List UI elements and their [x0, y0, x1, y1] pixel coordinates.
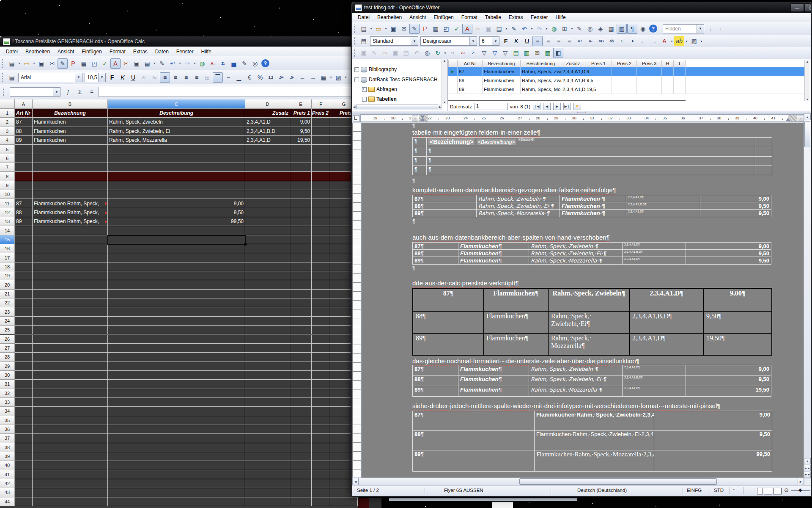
- grid-cell[interactable]: 19,5: [585, 85, 612, 94]
- current-document-data-source-icon[interactable]: ▦: [543, 48, 553, 58]
- table-cell[interactable]: 87¶: [412, 288, 484, 312]
- cell-C11[interactable]: 9,00: [108, 199, 245, 208]
- table-cell[interactable]: Rahm,·Speck,·Zwiebeln,·Ei·¶: [477, 202, 560, 210]
- cell-F18[interactable]: [312, 262, 330, 271]
- table-cell[interactable]: [755, 137, 772, 147]
- cell-A39[interactable]: [15, 452, 33, 461]
- row-header-11[interactable]: 11: [0, 199, 15, 208]
- table-cell[interactable]: Flammkuchen·Rahm,·Speck,·Zwiebeln,·Ei·2,…: [535, 431, 654, 450]
- email-icon[interactable]: ✉: [399, 24, 409, 34]
- row-header-5[interactable]: 5: [0, 145, 15, 154]
- table-cell[interactable]: Flammkuchen¶: [458, 375, 529, 386]
- cell-B34[interactable]: [33, 407, 108, 416]
- lowercase-icon[interactable]: ab: [606, 36, 617, 46]
- tree-vertical-scrollbar[interactable]: ▲▼: [442, 59, 447, 104]
- cell-A15[interactable]: [15, 235, 33, 244]
- cell-C43[interactable]: [108, 488, 245, 497]
- grid-row-selector[interactable]: [448, 85, 458, 94]
- cell-C18[interactable]: [108, 262, 245, 271]
- cell-F26[interactable]: [312, 335, 330, 344]
- cell-F14[interactable]: [312, 226, 330, 235]
- row-header-18[interactable]: 18: [0, 262, 15, 271]
- cell-B24[interactable]: [33, 317, 108, 326]
- table-cell[interactable]: Rahm,·Speck,·Mozzarella·¶: [529, 386, 623, 397]
- cell-B16[interactable]: [33, 244, 108, 253]
- cell-A16[interactable]: [15, 244, 33, 253]
- data-to-fields-icon[interactable]: ▥: [521, 48, 532, 58]
- multi-page-view-icon[interactable]: [764, 488, 772, 494]
- cell-B37[interactable]: [33, 434, 108, 443]
- cell-E38[interactable]: [290, 443, 312, 452]
- hyperlink-icon[interactable]: ◍: [549, 24, 559, 34]
- insert-table-icon[interactable]: ⊞: [560, 24, 570, 34]
- row-header-17[interactable]: 17: [0, 253, 15, 262]
- cell-D11[interactable]: [245, 199, 290, 208]
- scroll-right-icon[interactable]: ▶: [439, 105, 441, 109]
- cell-F2[interactable]: [312, 118, 330, 127]
- cell-B35[interactable]: [33, 416, 108, 425]
- cell-B14[interactable]: [33, 226, 108, 235]
- grid-cell[interactable]: 87: [458, 67, 483, 76]
- formatting-marks-icon[interactable]: ¶: [627, 24, 637, 34]
- column-header-B[interactable]: B: [33, 99, 108, 109]
- cell-A32[interactable]: [15, 389, 33, 398]
- cell-C13[interactable]: 99,50: [108, 217, 245, 226]
- chevron-down-icon[interactable]: ▼: [411, 37, 418, 45]
- table-cell[interactable]: 87¶: [412, 195, 477, 202]
- cell-C37[interactable]: [108, 434, 245, 443]
- edit-file-icon[interactable]: ✎: [409, 24, 420, 34]
- cell-D40[interactable]: [245, 461, 290, 470]
- cell-B5[interactable]: [33, 145, 108, 154]
- hyperlink-icon[interactable]: ◍: [197, 58, 207, 69]
- find-replace-icon[interactable]: ◎: [585, 24, 595, 34]
- cell-A36[interactable]: [15, 425, 33, 434]
- current-record-icon[interactable]: ▶: [448, 67, 458, 76]
- row-header-39[interactable]: 39: [0, 452, 15, 461]
- zoom-out-icon[interactable]: ⊖: [784, 487, 789, 493]
- table-cell[interactable]: 2,3,4,A1,B,D¶: [623, 250, 686, 257]
- cell-D9[interactable]: [245, 181, 290, 190]
- calc-menu-bearbeiten[interactable]: Bearbeiten: [22, 48, 53, 55]
- table-cell[interactable]: 9,50¶: [704, 312, 772, 334]
- cell-E26[interactable]: [290, 335, 312, 344]
- formula-equals-icon[interactable]: =: [87, 87, 97, 97]
- grow-font-icon[interactable]: A+: [575, 36, 585, 46]
- grid-cell-empty[interactable]: [612, 76, 637, 85]
- calc-menu-extras[interactable]: Extras: [130, 48, 151, 55]
- cell-E40[interactable]: [290, 461, 312, 470]
- cell-A23[interactable]: [15, 307, 33, 316]
- writer-menu-ansicht[interactable]: Ansicht: [406, 14, 429, 21]
- cell-D43[interactable]: [245, 488, 290, 497]
- cell-F6[interactable]: [312, 154, 330, 163]
- bold-icon[interactable]: F: [107, 72, 117, 83]
- cell-E3[interactable]: 9,50: [290, 127, 312, 136]
- cell-A25[interactable]: [15, 326, 33, 334]
- row-header-44[interactable]: 44: [0, 497, 15, 506]
- sort-descending-icon[interactable]: Z↓: [218, 58, 228, 69]
- align-center-icon[interactable]: ≡: [543, 36, 553, 46]
- table-cell[interactable]: [755, 157, 772, 166]
- cell-E13[interactable]: [290, 217, 312, 226]
- cell-A41[interactable]: [15, 470, 33, 479]
- cell-E42[interactable]: [290, 479, 312, 488]
- cell-F13[interactable]: [312, 217, 330, 226]
- cell-E39[interactable]: [290, 452, 312, 461]
- table-cell[interactable]: 2,3,4,A1,D¶: [626, 210, 700, 217]
- grid-column-header-preis2[interactable]: Preis 2: [612, 60, 637, 67]
- table-cell[interactable]: 89¶: [412, 386, 458, 397]
- table-cell[interactable]: 2,3,4,A1,D¶: [626, 195, 700, 202]
- grid-cell[interactable]: Flammkuchen: [483, 67, 521, 76]
- cell-F29[interactable]: [312, 362, 330, 371]
- cell-C33[interactable]: [108, 398, 245, 407]
- background-color-dropdown-icon[interactable]: ▾: [344, 75, 348, 79]
- grid-cell-empty[interactable]: [674, 85, 686, 94]
- toolbar-grip[interactable]: [3, 88, 6, 96]
- find-replace-icon[interactable]: ◎: [250, 58, 260, 69]
- table-cell[interactable]: 89¶: [412, 257, 458, 265]
- cell-D15[interactable]: [245, 235, 290, 244]
- table-cell[interactable]: 9,50: [700, 210, 771, 217]
- row-header-36[interactable]: 36: [0, 425, 15, 434]
- chevron-down-icon[interactable]: ▼: [75, 73, 82, 82]
- row-header-42[interactable]: 42: [0, 479, 15, 488]
- writer-menu-einfgen[interactable]: Einfügen: [430, 14, 457, 21]
